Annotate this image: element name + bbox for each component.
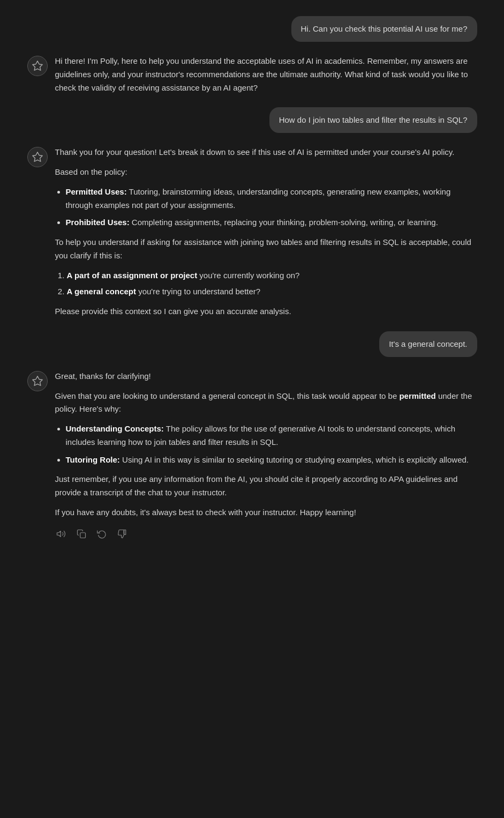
bot-content-2: Thank you for your question! Let's break… (55, 146, 477, 318)
bot-content-1: Hi there! I'm Polly, here to help you un… (55, 55, 477, 94)
bot-bullet-3-1: Tutoring Role: Using AI in this way is s… (66, 453, 477, 467)
bot-numbered-text-2-0: you're currently working on? (197, 271, 299, 280)
bot-bullet-3-0: Understanding Concepts: The policy allow… (66, 422, 477, 449)
bot-numbered-2-0: A part of an assignment or project you'r… (67, 269, 477, 282)
bot-bullets-3: Understanding Concepts: The policy allow… (66, 422, 477, 466)
thumbs-down-icon[interactable] (116, 528, 128, 540)
user-text-3: It's a general concept. (389, 339, 467, 348)
user-message-1: Hi. Can you check this potential AI use … (27, 16, 477, 42)
svg-rect-3 (80, 532, 85, 538)
bot-numbered-bold-2-1: A general concept (67, 287, 136, 296)
refresh-icon[interactable] (96, 528, 108, 540)
user-bubble-3: It's a general concept. (379, 331, 477, 357)
bot-bullet-text-2-1: Completing assignments, replacing your t… (130, 218, 438, 227)
user-bubble-1: Hi. Can you check this potential AI use … (291, 16, 477, 42)
volume-icon[interactable] (55, 528, 67, 540)
bot-bullets-2: Permitted Uses: Tutoring, brainstorming … (66, 185, 477, 229)
bot-bullet-bold-2-1: Prohibited Uses: (66, 218, 130, 227)
bot-message-2: Thank you for your question! Let's break… (27, 146, 477, 318)
bot-numbered-bold-2-0: A part of an assignment or project (67, 271, 198, 280)
bot-message-3: Great, thanks for clarifying! Given that… (27, 370, 477, 540)
bot-bullet-bold-2-0: Permitted Uses: (66, 187, 127, 196)
bot-para-3-2: If you have any doubts, it's always best… (55, 506, 477, 519)
svg-marker-1 (32, 152, 42, 161)
bot-avatar-3 (27, 371, 48, 391)
user-message-2: How do I join two tables and filter the … (27, 107, 477, 133)
bot-bullet-text-3-1: Using AI in this way is similar to seeki… (120, 455, 469, 464)
bot-bullet-2-0: Permitted Uses: Tutoring, brainstorming … (66, 185, 477, 212)
bot-para-2-2: To help you understand if asking for ass… (55, 236, 477, 263)
bot-para-3-1: Just remember, if you use any informatio… (55, 473, 477, 500)
bot-bullet-bold-3-0: Understanding Concepts: (66, 424, 164, 433)
bot-numbered-2-1: A general concept you're trying to under… (67, 285, 477, 299)
user-bubble-2: How do I join two tables and filter the … (269, 107, 477, 133)
bot-para-2-0: Thank you for your question! Let's break… (55, 146, 477, 159)
bot-numbered-text-2-1: you're trying to understand better? (136, 287, 260, 296)
chat-container: Hi. Can you check this potential AI use … (17, 11, 488, 545)
user-message-3: It's a general concept. (27, 331, 477, 357)
bot-content-3: Great, thanks for clarifying! Given that… (55, 370, 477, 540)
bot-avatar-1 (27, 56, 48, 76)
bot-bullet-2-1: Prohibited Uses: Completing assignments,… (66, 216, 477, 229)
bot-para-1-0: Hi there! I'm Polly, here to help you un… (55, 55, 477, 94)
copy-icon[interactable] (76, 528, 87, 540)
bot-bullet-bold-3-1: Tutoring Role: (66, 455, 120, 464)
bot-avatar-2 (27, 147, 48, 167)
action-icons (55, 528, 477, 540)
bot-para-2-1: Based on the policy: (55, 166, 477, 179)
bot-para-3-0: Great, thanks for clarifying! (55, 370, 477, 383)
svg-marker-2 (32, 376, 42, 385)
bot-message-1: Hi there! I'm Polly, here to help you un… (27, 55, 477, 94)
bot-numbered-2: A part of an assignment or project you'r… (67, 269, 477, 299)
user-text-1: Hi. Can you check this potential AI use … (301, 24, 468, 33)
bot-para-2-3: Please provide this context so I can giv… (55, 305, 477, 318)
svg-marker-0 (32, 61, 42, 70)
user-text-2: How do I join two tables and filter the … (279, 115, 468, 124)
bot-para-3-permitted: Given that you are looking to understand… (55, 390, 477, 417)
